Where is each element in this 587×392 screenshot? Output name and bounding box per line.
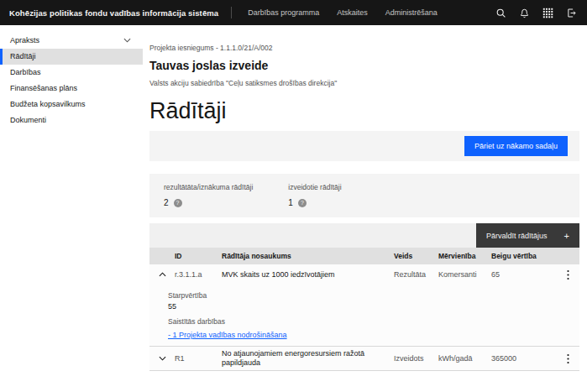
interim-value-label: Starpvērtība [168,291,579,300]
sidebar-item-label: Rādītāji [10,53,36,60]
row-end-value: 365000 [491,354,556,363]
col-end-value: Beigu vērtība [491,252,556,260]
related-action-link[interactable]: - 1 Projekta vadības nodrošināšana [168,331,287,339]
chevron-up-icon[interactable] [149,272,175,277]
notifications-bell-icon[interactable] [519,8,530,18]
sidebar-item-label: Finansēšanas plāns [10,85,77,92]
sidebar-item-label: Apraksts [10,37,39,44]
row-type: Rezultāta [394,270,438,279]
sidebar-item-label: Budžeta kopsavilkums [10,101,86,108]
stat-created-indicators: izveidotie rādītāji 1 ? [288,183,341,217]
sidebar: Apraksts Rādītāji Darbības Finansēšanas … [0,25,143,392]
sidebar-item-apraksts[interactable]: Apraksts [0,33,143,49]
stat-value: 2 [164,198,169,207]
logout-icon[interactable] [566,8,577,18]
table-header-row: ID Rādītāja nosaukums Veids Mērvienība B… [149,248,579,264]
row-end-value: 65 [491,270,556,279]
stat-label: rezultātāta/iznākuma rādītāji [164,183,253,191]
nav-darbibas-programma[interactable]: Darbības programma [248,8,319,17]
stat-value: 1 [288,198,293,207]
chevron-down-icon [123,37,131,44]
header-divider [231,7,232,18]
stat-label: izveidotie rādītāji [288,183,341,191]
nav-atskaites[interactable]: Atskaites [337,8,368,17]
action-band: Pāriet uz nākamo sadaļu [149,131,579,161]
nav-administresana[interactable]: Administrēšana [385,8,438,17]
row-id: r.3.1.1.a [175,270,222,279]
help-icon[interactable]: ? [174,199,182,207]
related-actions-label: Saistītās darbības [168,317,579,326]
table-toolbar: Pārvaldīt rādītājus + [149,223,579,248]
sidebar-item-dokumenti[interactable]: Dokumenti [0,112,143,128]
search-icon[interactable] [495,8,506,18]
row-unit: Komersanti [438,270,491,279]
sidebar-item-finansesanas-plans[interactable]: Finansēšanas plāns [0,81,143,97]
project-title: Tauvas joslas izveide [149,60,579,72]
col-id: ID [175,252,222,260]
header-icons [495,8,577,18]
next-section-button[interactable]: Pāriet uz nākamo sadaļu [464,136,568,156]
interim-value: 55 [168,302,579,311]
row-id: R1 [175,354,222,363]
row-unit: kWh/gadā [438,354,491,363]
row-type: Izveidots [394,354,438,363]
chevron-down-icon[interactable] [149,356,175,361]
row-name: MVK skaits uz 1000 iedzīvotājiem [222,270,394,280]
manage-indicators-button[interactable]: Pārvaldīt rādītājus + [476,223,579,248]
row-expanded-detail: Starpvērtība 55 Saistītās darbības - 1 P… [149,285,579,346]
breadcrumb: Projekta iesniegums - 1.1.1.0/21/A/002 [149,44,579,52]
row-name: No atjaunojamiem energoresursiem ražotā … [222,349,394,368]
sidebar-item-label: Dokumenti [10,117,46,124]
top-nav: Darbības programma Atskaites Administrēš… [248,8,438,17]
kebab-menu-icon[interactable] [556,353,579,364]
col-type: Veids [394,252,438,260]
stats-band: rezultātāta/iznākuma rādītāji 2 ? izveid… [149,174,579,217]
help-icon[interactable]: ? [298,199,307,207]
col-name: Rādītāja nosaukums [222,252,394,260]
col-unit: Mērvienība [438,252,491,260]
top-header: Kohēzijas politikas fondu vadības inform… [0,0,587,25]
stat-result-indicators: rezultātāta/iznākuma rādītāji 2 ? [164,183,253,217]
sidebar-item-budzeta-kopsavilkums[interactable]: Budžeta kopsavilkums [0,97,143,112]
project-subtitle: Valsts akciju sabiedrība "Ceļu satiksmes… [149,79,579,87]
page-title: Rādītāji [149,98,579,123]
app-title: Kohēzijas politikas fondu vadības inform… [9,8,218,18]
main-content: Projekta iesniegums - 1.1.1.0/21/A/002 T… [143,25,587,392]
manage-indicators-label: Pārvaldīt rādītājus [486,232,548,240]
sidebar-item-darbibas[interactable]: Darbības [0,65,143,81]
kebab-menu-icon[interactable] [556,269,579,280]
sidebar-item-label: Darbības [10,69,41,76]
table-row: r.3.1.1.a MVK skaits uz 1000 iedzīvotāji… [149,264,579,285]
plus-icon: + [564,231,569,241]
app-switcher-icon[interactable] [542,8,553,18]
table-row: R1 No atjaunojamiem energoresursiem ražo… [149,346,579,371]
sidebar-item-raditaji[interactable]: Rādītāji [0,49,143,65]
